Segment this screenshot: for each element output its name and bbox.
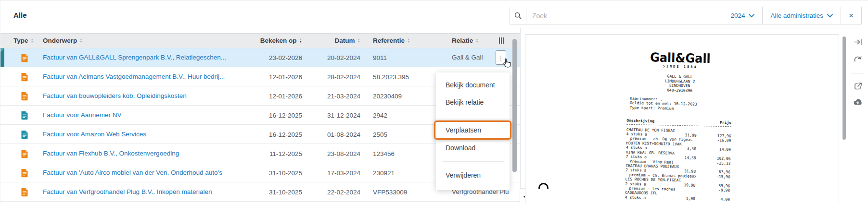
row-context-menu: Bekijk documentBekijk relatieVerplaatsen… [436, 72, 510, 190]
datum-cell: 20-02-2024 [312, 48, 360, 67]
document-subject-link[interactable]: Factuur van Flexhub B.V., Onkostenvergoe… [43, 144, 254, 163]
purchase-invoice-icon [21, 86, 28, 106]
document-preview-page: Gall&Gall SINDS 1884 GALL & GALLLIMBURGL… [525, 34, 839, 204]
sales-invoice-icon [21, 106, 28, 125]
bekeken-op-cell: 11-12-2025 [249, 144, 302, 163]
page-title: Alle [13, 11, 27, 19]
datum-cell: 17-03-2024 [312, 163, 360, 182]
purchase-invoice-icon [21, 48, 28, 67]
sort-icon: ▲▼ [357, 38, 360, 43]
menu-item-verwijderen[interactable]: Verwijderen [436, 167, 510, 184]
bekeken-op-cell: 31-10-2025 [249, 182, 302, 202]
purchase-invoice-icon [21, 144, 28, 163]
referentie-cell: 20230409 [373, 86, 445, 106]
sort-icon: ▲▼ [79, 38, 82, 43]
document-subject-link[interactable]: Factuur van GALL&GALL Sprengenpark B.V.,… [43, 48, 254, 67]
bekeken-op-cell: 16-12-2025 [249, 106, 302, 125]
documents-app: Alle Type ▲▼ Onderwerp ▲▼ Bekeken op ▲▼ … [0, 0, 868, 204]
sort-icon: ▲▼ [31, 38, 34, 43]
receipt-scan: Gall&Gall SINDS 1884 GALL & GALLLIMBURGL… [625, 50, 733, 202]
referentie-cell: 9011 [373, 48, 445, 67]
column-header-relatie[interactable]: Relatie ▲▼ [452, 34, 479, 47]
column-settings-icon[interactable] [499, 37, 504, 44]
referentie-cell: 58.2023.395 [373, 67, 445, 86]
open-external-icon[interactable] [852, 80, 864, 92]
year-filter-dropdown[interactable]: 2024 [723, 7, 762, 24]
datum-cell: 31-12-2024 [312, 106, 360, 125]
menu-item-bekijk-relatie[interactable]: Bekijk relatie [436, 94, 510, 111]
datum-cell: 28-02-2024 [312, 67, 360, 86]
document-subject-link[interactable]: Factuur van Aelmans Vastgoedmanagement B… [43, 67, 254, 86]
menu-item-verplaatsen[interactable]: Verplaatsen [436, 121, 510, 139]
referentie-cell: 2942 [373, 106, 445, 125]
bekeken-op-cell: 12-01-2026 [249, 67, 302, 86]
document-subject-link[interactable]: Factuur voor Amazon Web Services [43, 125, 254, 144]
referentie-cell: 123456 [373, 144, 445, 163]
close-search-button[interactable]: × [841, 7, 861, 24]
purchase-invoice-icon [21, 163, 28, 182]
menu-divider [442, 161, 504, 162]
receipt-address: GALL & GALLLIMBURGLAAN 2EINDHOVEN040-291… [627, 73, 732, 94]
administration-filter-dropdown[interactable]: Alle administraties [763, 7, 841, 24]
referentie-cell: 230921 [373, 163, 445, 182]
datum-cell: 22-02-2024 [312, 182, 360, 202]
column-header-type[interactable]: Type ▲▼ [13, 34, 34, 47]
purchase-invoice-icon [21, 67, 28, 86]
document-subject-link[interactable]: Factuur van Verfgroothandel Plug B.V., I… [43, 182, 254, 202]
datum-cell: 21-03-2024 [312, 86, 360, 106]
panel-divider [520, 28, 521, 204]
purchase-invoice-icon [21, 182, 28, 202]
menu-divider [442, 116, 504, 116]
column-header-referentie[interactable]: Referentie ▲▼ [373, 34, 410, 47]
sales-invoice-icon [21, 125, 28, 144]
chevron-down-icon [827, 14, 833, 18]
table-header: Type ▲▼ Onderwerp ▲▼ Bekeken op ▲▼ Datum… [0, 33, 520, 48]
referentie-cell: VFP533009 [373, 182, 445, 202]
menu-item-bekijk-document[interactable]: Bekijk document [436, 76, 510, 94]
document-subject-link[interactable]: Factuur van bouwopleiders kob, Opleiding… [43, 86, 254, 106]
table-scrollbar[interactable] [512, 39, 517, 172]
bekeken-op-cell: 12-01-2026 [249, 86, 302, 106]
search-input[interactable] [526, 7, 723, 24]
receipt-lines: CHATEAU DE YON FIGEAC4 stuks a31,99127,9… [625, 127, 731, 202]
referentie-cell: 2505 [373, 125, 445, 144]
row-actions-kebab-button[interactable]: ⋮ [496, 50, 506, 65]
bekeken-op-cell: 31-10-2025 [249, 163, 302, 182]
toolbar-divider [851, 73, 865, 73]
cloud-download-icon[interactable] [852, 96, 864, 108]
receipt-card-info: Kaartnummer: ,Geldig tot en met: 16-12-2… [627, 96, 732, 112]
menu-item-download[interactable]: Download [436, 139, 510, 156]
collapse-panel-icon[interactable] [852, 36, 864, 48]
chevron-down-icon [749, 14, 754, 18]
datum-cell: 01-08-2024 [312, 125, 360, 144]
preview-scrollbar[interactable] [842, 36, 846, 140]
column-header-datum[interactable]: Datum ▲▼ [312, 34, 360, 47]
document-subject-link[interactable]: Factuur van 'Auto Airco mobiel van der V… [43, 163, 254, 182]
column-header-onderwerp[interactable]: Onderwerp ▲▼ [43, 34, 83, 47]
search-icon [510, 7, 526, 24]
table-row[interactable]: Factuur van GALL&GALL Sprengenpark B.V.,… [0, 48, 520, 67]
bekeken-op-cell: 23-02-2026 [249, 48, 302, 67]
datum-cell: 23-08-2024 [312, 144, 360, 163]
search-bar: 2024 Alle administraties × [510, 7, 862, 24]
receipt-logo: Gall&Gall [628, 50, 733, 67]
redo-rotate-icon[interactable] [852, 54, 864, 65]
bekeken-op-cell: 16-12-2025 [249, 125, 302, 144]
sort-icon: ▲▼ [407, 38, 410, 43]
sort-icon-active: ▲▼ [299, 38, 302, 43]
preview-header-divider [521, 28, 868, 28]
sort-icon: ▲▼ [475, 38, 478, 43]
document-subject-link[interactable]: Factuur voor Aannemer NV [43, 106, 254, 125]
selected-row-indicator [0, 48, 4, 67]
column-header-bekeken-op[interactable]: Bekeken op ▲▼ [221, 34, 302, 47]
